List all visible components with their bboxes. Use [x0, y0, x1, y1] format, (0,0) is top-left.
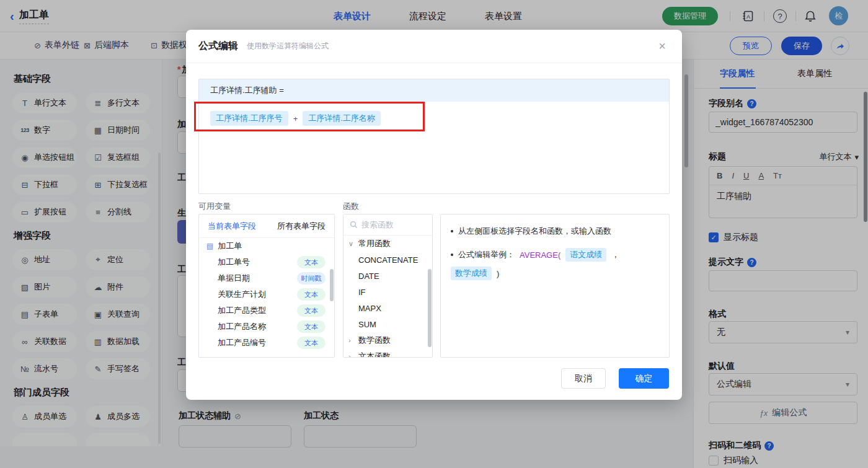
formula-edit-dialog: 公式编辑 使用数学运算符编辑公式 × 工序详情.工序辅助 = 工序详情.工序序号… — [186, 30, 682, 400]
type-badge: 文本 — [297, 304, 326, 317]
chevron-down-icon: ∨ — [348, 240, 355, 248]
functions-scrollbar[interactable] — [428, 269, 432, 347]
variable-row[interactable]: 单据日期时间戳 — [199, 270, 334, 286]
functions-panel: ∨常用函数 CONCATENATE DATE IF MAPX SUM ›数学函数… — [343, 214, 433, 358]
variable-row[interactable]: 加工产品名称文本 — [199, 319, 334, 335]
variable-row[interactable]: 关联生产计划文本 — [199, 286, 334, 302]
formula-target: 工序详情.工序辅助 = — [199, 79, 669, 102]
hint-line-2: 公式编辑举例： AVERAGE( 语文成绩 ， 数学成绩 ) — [451, 248, 659, 280]
type-badge: 文本 — [297, 320, 326, 333]
chevron-right-icon: › — [348, 337, 355, 344]
function-item[interactable]: MAPX — [343, 300, 432, 316]
variable-row[interactable]: 加工产品类型文本 — [199, 302, 334, 319]
annotation-highlight-box — [194, 102, 425, 131]
hint-line-1: 从左侧面板选择字段名和函数，或输入函数 — [451, 226, 659, 237]
type-badge: 文本 — [297, 288, 326, 301]
function-item[interactable]: CONCATENATE — [343, 252, 432, 268]
type-badge: 文本 — [297, 337, 326, 349]
variables-scrollbar[interactable] — [330, 269, 334, 301]
variables-section-label: 可用变量 — [198, 201, 231, 212]
function-group-collapsed[interactable]: ›文本函数 — [343, 348, 432, 358]
hints-panel: 从左侧面板选择字段名和函数，或输入函数 公式编辑举例： AVERAGE( 语文成… — [440, 214, 670, 358]
chevron-right-icon: › — [348, 353, 355, 358]
function-item[interactable]: DATE — [343, 268, 432, 284]
search-icon — [350, 221, 358, 229]
functions-section-label: 函数 — [343, 201, 359, 212]
function-item[interactable]: IF — [343, 284, 432, 300]
bullet-icon — [451, 254, 453, 256]
close-icon[interactable]: × — [658, 40, 666, 52]
variable-row[interactable]: 加工单号文本 — [199, 254, 334, 270]
formula-editor: 工序详情.工序辅助 = 工序详情.工序序号 + 工序详情.工序名称 — [198, 79, 670, 194]
tab-current-form-fields[interactable]: 当前表单字段 — [208, 221, 256, 232]
tab-all-form-fields[interactable]: 所有表单字段 — [277, 221, 326, 232]
dialog-header: 公式编辑 使用数学运算符编辑公式 × — [186, 30, 682, 63]
example-chip: 数学成绩 — [451, 267, 492, 280]
search-input[interactable] — [361, 220, 418, 229]
function-name: AVERAGE( — [520, 250, 560, 260]
function-search[interactable] — [343, 214, 432, 236]
type-badge: 文本 — [297, 256, 326, 268]
confirm-button[interactable]: 确定 — [619, 368, 669, 389]
dialog-subtitle: 使用数学运算符编辑公式 — [247, 41, 329, 51]
example-chip: 语文成绩 — [565, 248, 606, 262]
function-group-expanded[interactable]: ∨常用函数 — [343, 236, 432, 252]
bullet-icon — [451, 230, 453, 232]
variable-row[interactable]: 加工产品编号文本 — [199, 335, 334, 351]
cancel-button[interactable]: 取消 — [561, 368, 606, 389]
type-badge: 时间戳 — [297, 272, 326, 285]
function-group-collapsed[interactable]: ›数学函数 — [343, 332, 432, 348]
tree-root[interactable]: ▤ 加工单 — [199, 238, 334, 254]
dialog-title: 公式编辑 — [198, 40, 238, 53]
variables-panel: 当前表单字段 所有表单字段 ▤ 加工单 加工单号文本 单据日期时间戳 关联生产计… — [198, 214, 335, 358]
document-icon: ▤ — [206, 242, 213, 250]
function-item[interactable]: SUM — [343, 316, 432, 332]
